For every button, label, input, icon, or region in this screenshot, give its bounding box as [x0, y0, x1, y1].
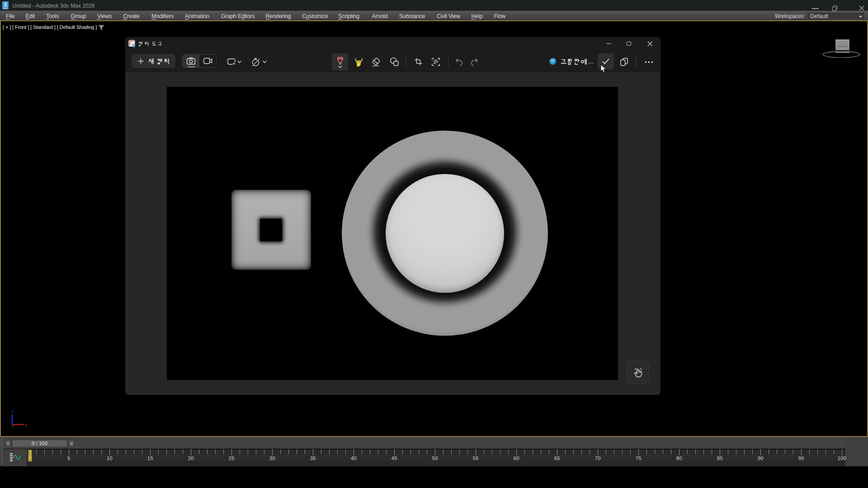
svg-text:3: 3 — [4, 2, 7, 7]
svg-text:X: X — [24, 422, 28, 427]
svg-text:Y: Y — [11, 423, 14, 428]
svg-text:MAX: MAX — [3, 7, 8, 9]
svg-text:Z: Z — [12, 409, 14, 414]
